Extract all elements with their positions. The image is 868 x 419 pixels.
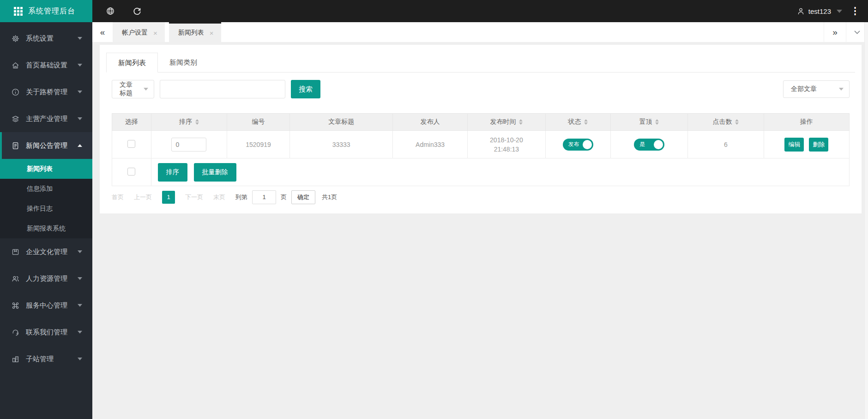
chevron-down-icon (78, 331, 82, 334)
refresh-icon[interactable] (133, 7, 141, 15)
status-toggle[interactable]: 发布 (563, 139, 593, 151)
page-tabbar: « 帐户设置 × 新闻列表 × » (92, 22, 868, 42)
close-icon[interactable]: × (210, 30, 214, 36)
scrollbar[interactable] (864, 22, 868, 419)
select-all-checkbox[interactable] (127, 168, 135, 176)
tab-news-category[interactable]: 新闻类别 (158, 53, 209, 73)
column-id: 编号 (227, 114, 290, 131)
chevron-down-icon (78, 304, 82, 307)
column-publish-time[interactable]: 发布时间 (467, 114, 545, 131)
sidebar-item-industry-management[interactable]: 主营产业管理 (0, 105, 92, 132)
sort-icon[interactable] (655, 119, 659, 125)
column-pinned[interactable]: 置顶 (610, 114, 688, 131)
sidebar-item-operation-log[interactable]: 操作日志 (0, 199, 92, 219)
sidebar-item-label: 企业文化管理 (26, 248, 78, 256)
chevron-down-icon (78, 37, 82, 40)
row-sort-input[interactable] (171, 138, 206, 152)
sidebar-item-info-add[interactable]: 信息添加 (0, 179, 92, 199)
layers-icon (11, 115, 19, 123)
pinned-toggle[interactable]: 是 (634, 139, 664, 151)
collapse-tabs-left-icon[interactable]: « (92, 22, 113, 42)
column-clicks[interactable]: 点击数 (688, 114, 764, 131)
user-icon (797, 7, 805, 15)
column-actions: 操作 (764, 114, 849, 131)
edit-button[interactable]: 编辑 (784, 138, 804, 152)
command-icon (11, 301, 19, 310)
table-row: 1520919 33333 Admin333 2018-10-20 21:48:… (112, 131, 850, 158)
sort-icon[interactable] (584, 119, 588, 125)
main-area: test123 « 帐户设置 × 新闻列表 × » (92, 0, 868, 419)
column-status[interactable]: 状态 (546, 114, 611, 131)
people-icon (11, 274, 19, 283)
sidebar-subitem-label: 新闻列表 (27, 165, 53, 173)
sidebar-item-label: 新闻公告管理 (26, 141, 78, 150)
chevron-down-icon (837, 10, 842, 13)
tab-news-list[interactable]: 新闻列表 (106, 53, 158, 73)
app-logo: 系统管理后台 (0, 0, 92, 22)
sidebar-item-contact-management[interactable]: 联系我们管理 (0, 319, 92, 346)
sidebar-submenu-news: 新闻列表 信息添加 操作日志 新闻报表系统 (0, 159, 92, 238)
sidebar-item-news-management[interactable]: 新闻公告管理 (0, 132, 92, 159)
sidebar-item-substation-management[interactable]: 子站管理 (0, 346, 92, 372)
page-tab-news-list[interactable]: 新闻列表 × (169, 22, 221, 42)
sidebar-item-label: 首页基础设置 (26, 61, 78, 70)
close-icon[interactable]: × (153, 30, 157, 36)
toggle-knob (654, 140, 663, 149)
pagination-total: 共1页 (322, 193, 337, 201)
pagination-confirm-button[interactable]: 确定 (291, 190, 315, 204)
sidebar-item-news-list[interactable]: 新闻列表 (0, 159, 92, 179)
pagination-prev[interactable]: 上一页 (134, 193, 152, 201)
user-menu[interactable]: test123 (797, 7, 842, 15)
pagination: 首页 上一页 1 下一页 末页 到第 页 确定 共1页 (112, 186, 850, 208)
kebab-icon[interactable] (854, 7, 856, 15)
sidebar-item-label: 人力资源管理 (26, 274, 78, 283)
sidebar: 系统管理后台 系统设置 首页基础设置 关于路桥 (0, 0, 92, 419)
delete-button[interactable]: 删除 (809, 138, 828, 152)
pinned-toggle-label: 是 (639, 140, 645, 148)
column-sort[interactable]: 排序 (151, 114, 227, 131)
page-tab-account-settings[interactable]: 帐户设置 × (113, 22, 165, 42)
gear-icon (11, 34, 19, 43)
document-icon (11, 141, 19, 150)
chevron-down-icon (78, 91, 82, 93)
pagination-current-page[interactable]: 1 (162, 191, 175, 204)
chevron-down-icon (839, 88, 844, 91)
grid-icon (14, 7, 23, 16)
collapse-tabs-right-icon[interactable]: » (824, 22, 846, 42)
row-checkbox[interactable] (127, 140, 135, 148)
sidebar-item-service-center[interactable]: 服务中心管理 (0, 292, 92, 319)
pagination-next[interactable]: 下一页 (185, 193, 203, 201)
globe-icon[interactable] (106, 7, 115, 15)
batch-delete-button[interactable]: 批量删除 (194, 163, 236, 182)
topbar: test123 (92, 0, 868, 22)
page-tab-label: 帐户设置 (122, 29, 148, 37)
pagination-first[interactable]: 首页 (112, 193, 124, 201)
content: 新闻列表 新闻类别 文章标题 搜索 全部文章 (92, 42, 868, 419)
news-table: 选择 排序 编号 文章标题 发布人 发布时间 状态 置顶 点击数 操作 (112, 113, 850, 186)
sidebar-item-news-report[interactable]: 新闻报表系统 (0, 219, 92, 238)
sidebar-item-hr-management[interactable]: 人力资源管理 (0, 265, 92, 292)
chevron-up-icon (78, 144, 82, 147)
sort-icon[interactable] (735, 119, 739, 125)
building-icon (11, 355, 19, 363)
chevron-down-icon (78, 64, 82, 67)
sidebar-item-label: 系统设置 (26, 34, 78, 43)
sidebar-item-homepage-settings[interactable]: 首页基础设置 (0, 52, 92, 79)
sidebar-item-culture-management[interactable]: 企业文化管理 (0, 238, 92, 265)
pagination-page-input[interactable] (252, 190, 276, 204)
sidebar-item-label: 子站管理 (26, 355, 78, 364)
toggle-knob (583, 140, 592, 149)
sidebar-item-about-management[interactable]: 关于路桥管理 (0, 79, 92, 105)
sidebar-item-system-settings[interactable]: 系统设置 (0, 25, 92, 52)
search-button[interactable]: 搜索 (291, 80, 320, 98)
row-clicks: 6 (688, 131, 764, 158)
batch-sort-button[interactable]: 排序 (158, 163, 187, 182)
search-input[interactable] (160, 80, 285, 98)
app-root: 系统管理后台 系统设置 首页基础设置 关于路桥 (0, 0, 868, 419)
sort-icon[interactable] (519, 119, 523, 125)
sort-icon[interactable] (195, 119, 199, 125)
pagination-last[interactable]: 末页 (213, 193, 225, 201)
search-field-select[interactable]: 文章标题 (112, 80, 154, 98)
article-filter-select[interactable]: 全部文章 (783, 80, 850, 98)
sidebar-item-label: 主营产业管理 (26, 115, 78, 123)
